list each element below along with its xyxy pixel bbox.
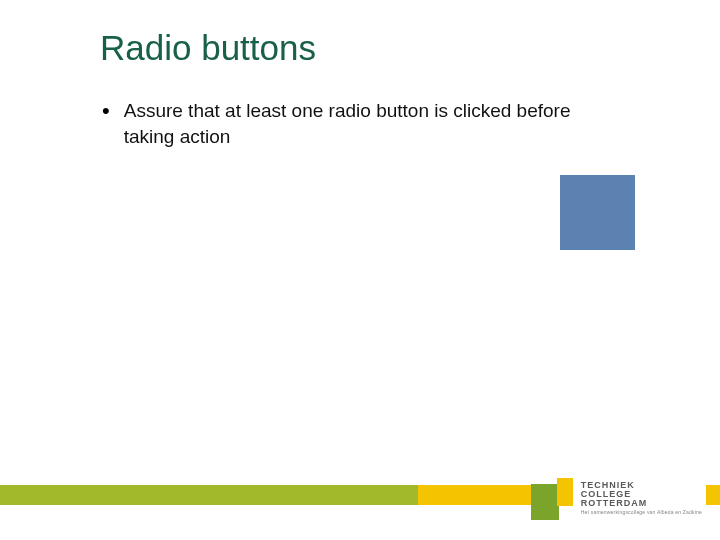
slide-title: Radio buttons xyxy=(100,28,316,68)
footer-bar-green xyxy=(0,485,418,505)
bullet-item: • Assure that at least one radio button … xyxy=(102,98,622,150)
bullet-text: Assure that at least one radio button is… xyxy=(124,98,622,150)
logo-yellow-block xyxy=(557,478,573,506)
slide: Radio buttons • Assure that at least one… xyxy=(0,0,720,540)
logo-subtitle: Het samenwerkingscollege van Albeda en Z… xyxy=(581,510,702,515)
logo: TECHNIEK COLLEGE ROTTERDAM Het samenwerk… xyxy=(531,472,706,524)
logo-mark-icon xyxy=(531,476,575,520)
logo-green-block xyxy=(531,484,559,520)
logo-line-3: ROTTERDAM xyxy=(581,499,702,508)
image-placeholder xyxy=(560,175,635,250)
bullet-dot-icon: • xyxy=(102,100,110,122)
logo-text: TECHNIEK COLLEGE ROTTERDAM Het samenwerk… xyxy=(581,481,702,515)
